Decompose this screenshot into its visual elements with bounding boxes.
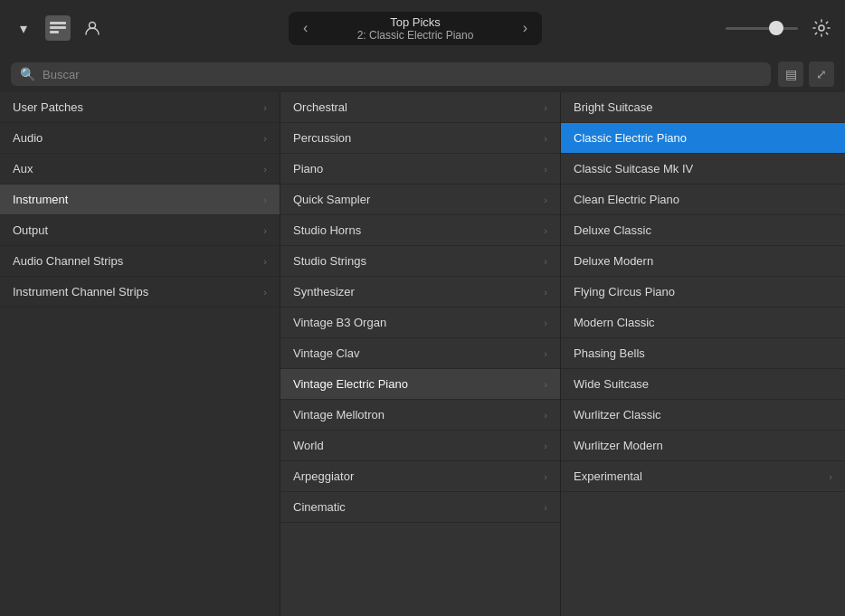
right-item-6[interactable]: Flying Circus Piano bbox=[561, 277, 845, 308]
prev-button[interactable]: ‹ bbox=[299, 18, 311, 38]
right-item-label-8: Phasing Bells bbox=[574, 346, 645, 360]
chevron-icon: › bbox=[263, 225, 267, 236]
nav-center: ‹ Top Picks 2: Classic Electric Piano › bbox=[112, 12, 718, 45]
left-column: User Patches›Audio›Aux›Instrument›Output… bbox=[0, 92, 280, 616]
chevron-icon: › bbox=[263, 133, 267, 144]
chevron-icon: › bbox=[544, 133, 547, 144]
left-item-label-3: Instrument bbox=[13, 193, 68, 206]
left-item-label-4: Output bbox=[13, 223, 48, 237]
mid-item-label-6: Synthesizer bbox=[293, 285, 355, 299]
settings-icon[interactable] bbox=[809, 15, 834, 41]
nav-title-main: Top Picks bbox=[357, 15, 474, 29]
chevron-icon: › bbox=[544, 164, 547, 175]
person-icon[interactable] bbox=[80, 15, 105, 41]
chevron-icon: › bbox=[544, 256, 547, 267]
right-item-label-12: Experimental bbox=[574, 469, 642, 483]
left-item-label-1: Audio bbox=[13, 131, 43, 145]
right-item-10[interactable]: Wurlitzer Classic bbox=[561, 400, 845, 431]
right-item-4[interactable]: Deluxe Classic bbox=[561, 215, 845, 246]
right-item-11[interactable]: Wurlitzer Modern bbox=[561, 431, 845, 461]
chevron-icon: › bbox=[544, 225, 547, 236]
top-right-area bbox=[726, 15, 834, 41]
right-item-9[interactable]: Wide Suitcase bbox=[561, 369, 845, 400]
svg-point-4 bbox=[819, 25, 824, 31]
search-row: 🔍 ▤ ⤢ bbox=[11, 62, 834, 87]
svg-rect-2 bbox=[50, 31, 59, 33]
mid-item-13[interactable]: Cinematic› bbox=[280, 492, 560, 523]
right-item-12[interactable]: Experimental› bbox=[561, 461, 845, 492]
mid-item-11[interactable]: World› bbox=[280, 431, 560, 461]
mid-item-label-2: Piano bbox=[293, 162, 323, 175]
svg-rect-0 bbox=[50, 22, 66, 24]
mid-item-5[interactable]: Studio Strings› bbox=[280, 246, 560, 277]
right-column: Bright SuitcaseClassic Electric PianoCla… bbox=[561, 92, 845, 616]
mid-item-6[interactable]: Synthesizer› bbox=[280, 277, 560, 308]
right-item-1[interactable]: Classic Electric Piano bbox=[561, 123, 845, 154]
mid-item-label-9: Vintage Electric Piano bbox=[293, 377, 408, 391]
left-item-3[interactable]: Instrument› bbox=[0, 185, 280, 215]
mid-item-4[interactable]: Studio Horns› bbox=[280, 215, 560, 246]
chevron-icon: › bbox=[263, 287, 267, 298]
search-input[interactable] bbox=[43, 68, 721, 81]
left-item-0[interactable]: User Patches› bbox=[0, 92, 280, 123]
mid-item-8[interactable]: Vintage Clav› bbox=[280, 338, 560, 369]
mid-item-1[interactable]: Percussion› bbox=[280, 123, 560, 154]
search-bar: 🔍 ▤ ⤢ bbox=[0, 56, 845, 92]
mid-item-9[interactable]: Vintage Electric Piano› bbox=[280, 369, 560, 400]
chevron-icon: › bbox=[544, 410, 547, 421]
nav-title: Top Picks 2: Classic Electric Piano bbox=[357, 15, 474, 42]
right-item-3[interactable]: Clean Electric Piano bbox=[561, 185, 845, 215]
right-item-5[interactable]: Deluxe Modern bbox=[561, 246, 845, 277]
right-item-label-9: Wide Suitcase bbox=[574, 377, 649, 391]
mid-item-label-1: Percussion bbox=[293, 131, 351, 145]
next-button[interactable]: › bbox=[519, 18, 531, 38]
chevron-icon: › bbox=[544, 471, 547, 482]
mid-item-label-13: Cinematic bbox=[293, 500, 346, 514]
right-item-7[interactable]: Modern Classic bbox=[561, 308, 845, 338]
chevron-icon: › bbox=[544, 287, 547, 298]
right-item-0[interactable]: Bright Suitcase bbox=[561, 92, 845, 123]
nav-title-sub: 2: Classic Electric Piano bbox=[357, 29, 474, 42]
collapse-icon[interactable]: ⤢ bbox=[809, 62, 834, 87]
mid-item-3[interactable]: Quick Sampler› bbox=[280, 185, 560, 215]
chevron-icon: › bbox=[544, 379, 547, 390]
right-item-label-3: Clean Electric Piano bbox=[574, 193, 679, 206]
right-item-label-7: Modern Classic bbox=[574, 316, 655, 329]
dropdown-icon[interactable]: ▾ bbox=[11, 15, 36, 41]
mid-item-label-8: Vintage Clav bbox=[293, 346, 359, 360]
left-item-4[interactable]: Output› bbox=[0, 215, 280, 246]
left-item-5[interactable]: Audio Channel Strips› bbox=[0, 246, 280, 277]
svg-rect-1 bbox=[50, 26, 66, 29]
library-icon[interactable] bbox=[45, 15, 71, 41]
mid-item-label-12: Arpeggiator bbox=[293, 469, 354, 483]
chevron-icon: › bbox=[544, 194, 547, 205]
chevron-icon: › bbox=[544, 348, 547, 359]
view-icons: ▤ ⤢ bbox=[778, 62, 834, 87]
chevron-icon: › bbox=[544, 317, 547, 328]
chevron-icon: › bbox=[829, 471, 832, 482]
mid-item-label-11: World bbox=[293, 439, 324, 452]
chevron-icon: › bbox=[544, 441, 547, 451]
left-item-1[interactable]: Audio› bbox=[0, 123, 280, 154]
search-icon: 🔍 bbox=[20, 67, 35, 81]
mid-item-2[interactable]: Piano› bbox=[280, 154, 560, 185]
mid-item-10[interactable]: Vintage Mellotron› bbox=[280, 400, 560, 431]
mid-item-7[interactable]: Vintage B3 Organ› bbox=[280, 308, 560, 338]
mid-item-label-3: Quick Sampler bbox=[293, 193, 370, 206]
volume-slider[interactable] bbox=[726, 27, 798, 30]
chevron-icon: › bbox=[263, 256, 267, 267]
right-item-label-6: Flying Circus Piano bbox=[574, 285, 675, 299]
right-item-label-5: Deluxe Modern bbox=[574, 254, 653, 268]
right-item-8[interactable]: Phasing Bells bbox=[561, 338, 845, 369]
left-item-6[interactable]: Instrument Channel Strips› bbox=[0, 277, 280, 308]
mid-item-0[interactable]: Orchestral› bbox=[280, 92, 560, 123]
left-item-2[interactable]: Aux› bbox=[0, 154, 280, 185]
chevron-icon: › bbox=[263, 194, 267, 205]
chevron-icon: › bbox=[263, 102, 267, 113]
right-item-label-2: Classic Suitcase Mk IV bbox=[574, 162, 693, 175]
right-item-2[interactable]: Classic Suitcase Mk IV bbox=[561, 154, 845, 185]
list-view-icon[interactable]: ▤ bbox=[778, 62, 803, 87]
mid-item-label-4: Studio Horns bbox=[293, 223, 361, 237]
mid-column: Orchestral›Percussion›Piano›Quick Sample… bbox=[280, 92, 561, 616]
mid-item-12[interactable]: Arpeggiator› bbox=[280, 461, 560, 492]
